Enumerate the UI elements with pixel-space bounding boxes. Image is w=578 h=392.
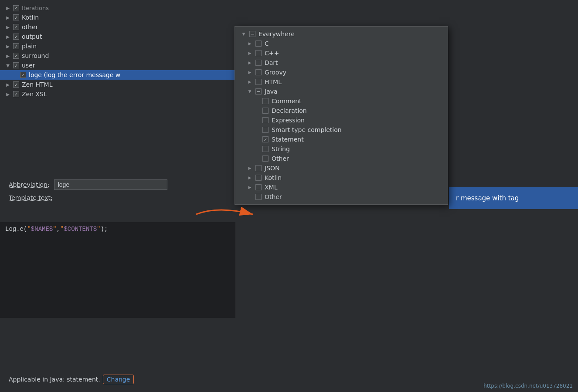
arrow-icon (5, 6, 10, 11)
dd-item-java[interactable]: Java (235, 87, 448, 96)
item-label-user: user (22, 62, 35, 69)
arrow-icon (5, 63, 10, 68)
applicable-in-text: Applicable in Java: statement. (9, 376, 100, 383)
dd-label-string: String (272, 145, 290, 152)
item-label-iterations: Iterations (22, 5, 49, 11)
dd-arrow-groovy (247, 70, 252, 75)
dd-cb-comment[interactable] (262, 98, 269, 104)
dd-spacer (254, 146, 259, 152)
arrow-icon (5, 53, 10, 58)
dd-item-cpp[interactable]: C++ (235, 48, 448, 58)
dd-item-other-root[interactable]: Other (235, 192, 448, 202)
abbreviation-input[interactable] (54, 179, 167, 190)
tree-item-iterations[interactable]: Iterations (0, 3, 235, 13)
dd-item-kotlin-dd[interactable]: Kotlin (235, 173, 448, 182)
dd-cb-other-root[interactable] (255, 194, 262, 200)
dd-spacer (254, 118, 259, 123)
code-comma: , (57, 226, 60, 233)
arrow-annotation (192, 201, 279, 227)
dd-cb-string[interactable] (262, 146, 269, 152)
checkbox-plain[interactable] (13, 43, 19, 49)
dd-item-comment[interactable]: Comment (235, 96, 448, 106)
template-code-area: Log.e("$NAME$","$CONTENT$"); (0, 222, 235, 318)
dd-spacer (254, 98, 259, 104)
dd-label-cpp: C++ (265, 50, 279, 57)
dd-label-smart-type: Smart type completion (272, 126, 342, 133)
checkbox-surround[interactable] (13, 53, 19, 59)
dd-item-declaration[interactable]: Declaration (235, 106, 448, 115)
dd-cb-json[interactable] (255, 165, 262, 171)
tree-item-zen-html[interactable]: Zen HTML (0, 80, 235, 89)
checkbox-output[interactable] (13, 34, 19, 40)
dd-item-other-java[interactable]: Other (235, 154, 448, 163)
dd-cb-everywhere[interactable] (249, 31, 255, 37)
dd-spacer (254, 108, 259, 113)
checkbox-other[interactable] (13, 24, 19, 30)
dd-cb-c[interactable] (255, 41, 262, 47)
code-var-content: $CONTENT$ (64, 226, 97, 233)
dd-cb-cpp[interactable] (255, 50, 262, 56)
arrow-icon (5, 44, 10, 49)
dd-arrow-java (247, 89, 252, 94)
dd-cb-statement[interactable] (262, 136, 269, 142)
tree-item-kotlin[interactable]: Kotlin (0, 13, 235, 22)
dd-cb-kotlin[interactable] (255, 175, 262, 181)
dd-label-c: C (265, 40, 269, 47)
tree-item-loge[interactable]: loge (log the error message w (0, 70, 235, 80)
arrow-icon (5, 34, 10, 39)
dd-cb-java[interactable] (255, 88, 262, 95)
change-link[interactable]: Change (103, 375, 134, 384)
checkbox-zen-xsl[interactable] (13, 91, 19, 97)
tree-item-plain[interactable]: plain (0, 41, 235, 51)
abbreviation-label: Abbreviation: (9, 181, 50, 188)
dd-label-other-java: Other (272, 155, 289, 162)
checkbox-iterations[interactable] (13, 5, 19, 11)
checkbox-user[interactable] (13, 62, 19, 68)
tree-item-zen-xsl[interactable]: Zen XSL (0, 89, 235, 99)
dd-item-json[interactable]: JSON (235, 163, 448, 173)
dd-spacer (254, 137, 259, 142)
checkbox-loge[interactable] (20, 72, 26, 78)
dd-item-everywhere[interactable]: Everywhere (235, 29, 448, 39)
dd-item-expression[interactable]: Expression (235, 115, 448, 125)
item-label-other: other (22, 24, 38, 30)
checkbox-kotlin[interactable] (13, 14, 19, 20)
dd-cb-html[interactable] (255, 79, 262, 85)
dd-item-xml[interactable]: XML (235, 182, 448, 192)
tree-item-other[interactable]: other (0, 22, 235, 32)
item-label-zen-xsl: Zen XSL (22, 91, 47, 98)
dd-label-html: HTML (265, 78, 282, 85)
tree-item-output[interactable]: output (0, 32, 235, 41)
dd-cb-declaration[interactable] (262, 108, 269, 114)
dd-cb-other-java[interactable] (262, 155, 269, 162)
tree-item-surround[interactable]: surround (0, 51, 235, 61)
dd-item-string[interactable]: String (235, 144, 448, 154)
dd-item-statement[interactable]: Statement (235, 135, 448, 144)
item-label-loge: loge (log the error message w (29, 71, 120, 78)
dd-cb-groovy[interactable] (255, 69, 262, 75)
tree-item-user[interactable]: user (0, 61, 235, 70)
dd-arrow-html (247, 79, 252, 84)
dd-item-smart-type[interactable]: Smart type completion (235, 125, 448, 135)
code-text: Log.e( (5, 226, 27, 233)
right-panel-selected: r message with tag (449, 187, 578, 209)
item-label-zen-html: Zen HTML (22, 81, 53, 88)
dd-cb-xml[interactable] (255, 184, 262, 190)
dd-label-other-root: Other (265, 193, 282, 200)
dd-spacer (254, 156, 259, 161)
dd-item-html[interactable]: HTML (235, 77, 448, 87)
dd-cb-dart[interactable] (255, 60, 262, 66)
right-panel-text: r message with tag (456, 194, 519, 202)
dd-item-dart[interactable]: Dart (235, 58, 448, 68)
dd-cb-smart-type[interactable] (262, 127, 269, 133)
item-label-output: output (22, 33, 42, 40)
dd-arrow-cpp (247, 51, 252, 56)
checkbox-zen-html[interactable] (13, 81, 19, 88)
item-label-surround: surround (22, 52, 49, 59)
dd-item-c[interactable]: C (235, 39, 448, 48)
arrow-icon (5, 82, 10, 87)
arrow-icon (5, 24, 10, 30)
dd-cb-expression[interactable] (262, 117, 269, 123)
dd-item-groovy[interactable]: Groovy (235, 68, 448, 77)
dd-arrow-json (247, 166, 252, 171)
